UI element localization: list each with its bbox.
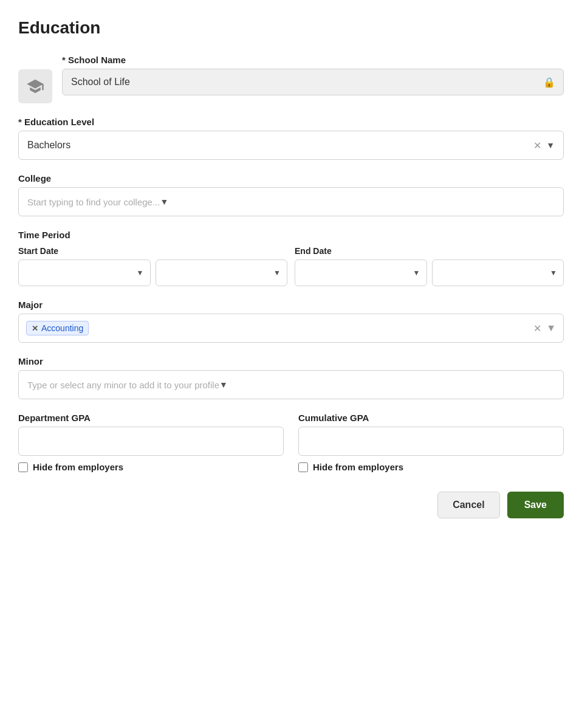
college-label: College [18, 173, 564, 184]
major-tag-accounting: ✕ Accounting [26, 321, 89, 335]
minor-select[interactable]: Type or select any minor to add it to yo… [18, 370, 564, 399]
start-year-chevron-icon: ▼ [273, 269, 281, 277]
cumulative-gpa-group: Cumulative GPA Hide from employers [298, 413, 564, 472]
major-tag-label: Accounting [41, 323, 83, 333]
end-month-select[interactable]: ▼ [295, 259, 427, 286]
cumulative-gpa-hide-label[interactable]: Hide from employers [313, 462, 403, 472]
date-row: Start Date ▼ ▼ End Date [18, 246, 564, 286]
minor-select-wrapper: Type or select any minor to add it to yo… [18, 370, 564, 399]
time-period-label: Time Period [18, 230, 564, 240]
cancel-button[interactable]: Cancel [437, 492, 499, 518]
gpa-row: Department GPA Hide from employers Cumul… [18, 413, 564, 472]
end-month-chevron-icon: ▼ [413, 269, 420, 277]
college-field: College Start typing to find your colleg… [18, 173, 564, 216]
lock-icon: 🔒 [543, 77, 555, 88]
school-name-input-wrapper: 🔒 [62, 69, 564, 95]
major-select[interactable]: ✕ Accounting ✕ ▼ [18, 314, 564, 343]
department-gpa-input[interactable] [18, 427, 284, 456]
start-month-chevron-icon: ▼ [137, 269, 144, 277]
end-date-label: End Date [295, 246, 564, 256]
school-icon [18, 69, 52, 103]
education-level-select-wrapper: Bachelors ✕ ▼ [18, 131, 564, 160]
major-label: Major [18, 300, 564, 310]
cumulative-gpa-input[interactable] [298, 427, 564, 456]
education-level-value: Bachelors [27, 140, 533, 151]
department-gpa-label: Department GPA [18, 413, 284, 423]
department-gpa-hide-row: Hide from employers [18, 462, 284, 472]
major-chevron-icon: ▼ [546, 323, 556, 334]
cumulative-gpa-hide-row: Hide from employers [298, 462, 564, 472]
school-name-field: * School Name 🔒 [62, 55, 564, 95]
education-level-select[interactable]: Bachelors ✕ ▼ [18, 131, 564, 160]
college-chevron-icon: ▼ [160, 197, 168, 207]
department-gpa-hide-checkbox[interactable] [18, 462, 28, 472]
department-gpa-hide-label[interactable]: Hide from employers [33, 462, 123, 472]
education-level-chevron-icon: ▼ [546, 140, 555, 150]
start-date-label: Start Date [18, 246, 287, 256]
start-year-select[interactable]: ▼ [156, 259, 288, 286]
minor-field: Minor Type or select any minor to add it… [18, 356, 564, 399]
end-year-select[interactable]: ▼ [432, 259, 564, 286]
time-period-section: Time Period Start Date ▼ ▼ End D [18, 230, 564, 286]
school-name-input[interactable] [62, 69, 564, 95]
education-level-label: * Education Level [18, 117, 564, 127]
major-field: Major ✕ Accounting ✕ ▼ [18, 300, 564, 343]
cumulative-gpa-hide-checkbox[interactable] [298, 462, 308, 472]
start-date-group: Start Date ▼ ▼ [18, 246, 287, 286]
end-date-group: End Date ▼ ▼ [295, 246, 564, 286]
school-name-label: * School Name [62, 55, 564, 65]
education-level-field: * Education Level Bachelors ✕ ▼ [18, 117, 564, 160]
save-button[interactable]: Save [507, 492, 564, 518]
minor-label: Minor [18, 356, 564, 366]
college-placeholder: Start typing to find your college... [27, 197, 160, 207]
minor-chevron-icon: ▼ [219, 380, 228, 390]
education-level-clear[interactable]: ✕ [533, 140, 541, 151]
school-name-row: * School Name 🔒 [18, 55, 564, 103]
end-year-chevron-icon: ▼ [550, 269, 557, 277]
start-month-select[interactable]: ▼ [18, 259, 151, 286]
major-tag-remove-accounting[interactable]: ✕ [32, 325, 38, 332]
minor-placeholder: Type or select any minor to add it to yo… [27, 380, 219, 390]
college-select-wrapper: Start typing to find your college... ▼ [18, 187, 564, 216]
department-gpa-group: Department GPA Hide from employers [18, 413, 284, 472]
button-row: Cancel Save [18, 492, 564, 518]
page-title: Education [18, 18, 564, 38]
college-select[interactable]: Start typing to find your college... ▼ [18, 187, 564, 216]
cumulative-gpa-label: Cumulative GPA [298, 413, 564, 423]
major-clear[interactable]: ✕ [533, 323, 541, 334]
